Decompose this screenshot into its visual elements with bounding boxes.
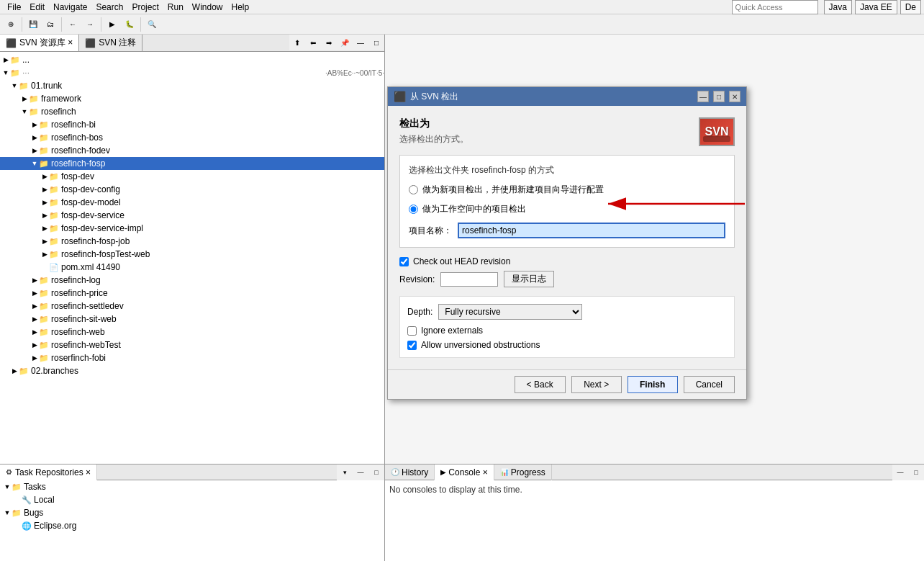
tree-item-l1[interactable]: ▼ 📁 ··· ·AB%Ec··~00/IT·5· bbox=[0, 66, 384, 79]
tree-rosefinch[interactable]: ▼ 📁 rosefinch bbox=[0, 105, 384, 118]
ignore-externals-checkbox[interactable] bbox=[407, 326, 417, 336]
tree-expand-02branches[interactable]: ▶ bbox=[10, 367, 19, 374]
tree-framework[interactable]: ▶ 📁 framework bbox=[0, 92, 384, 105]
task-panel-max[interactable]: □ bbox=[368, 464, 384, 480]
tree-pom-xml[interactable]: 📄 pom.xml 41490 bbox=[0, 261, 384, 274]
tree-expand-rosefinch[interactable]: ▼ bbox=[20, 108, 29, 115]
tree-expand-price[interactable]: ▶ bbox=[30, 290, 39, 297]
save-all-btn[interactable]: 🗂 bbox=[42, 17, 58, 32]
back-button[interactable]: < Back bbox=[515, 376, 566, 393]
java-ee-perspective[interactable]: Java EE bbox=[855, 0, 897, 14]
tree-rosefinch-fosp-job[interactable]: ▶ 📁 rosefinch-fosp-job bbox=[0, 235, 384, 248]
tree-expand-fobi[interactable]: ▶ bbox=[30, 354, 39, 362]
tree-fosp-dev-model[interactable]: ▶ 📁 fosp-dev-model bbox=[0, 196, 384, 209]
console-panel-max[interactable]: □ bbox=[908, 464, 924, 480]
tree-rosefinch-sit-web[interactable]: ▶ 📁 rosefinch-sit-web bbox=[0, 313, 384, 326]
tree-expand-01trunk[interactable]: ▼ bbox=[10, 82, 19, 89]
panel-nav-back[interactable]: ⬅ bbox=[305, 35, 321, 50]
tree-fosp-dev-service-impl[interactable]: ▶ 📁 fosp-dev-service-impl bbox=[0, 222, 384, 235]
tree-fosp-dev-config[interactable]: ▶ 📁 fosp-dev-config bbox=[0, 183, 384, 196]
tree-expand-webTest[interactable]: ▶ bbox=[30, 341, 39, 349]
tree-rosefinch-log[interactable]: ▶ 📁 rosefinch-log bbox=[0, 274, 384, 287]
task-eclipse-org[interactable]: 🌐 Eclipse.org bbox=[0, 519, 384, 532]
console-tab[interactable]: ▶ Console × bbox=[435, 464, 494, 480]
tree-01trunk[interactable]: ▼ 📁 01.trunk bbox=[0, 79, 384, 92]
dialog-minimize-btn[interactable]: — bbox=[697, 91, 709, 102]
next-button[interactable]: Next > bbox=[571, 376, 622, 393]
radio-new-project-input[interactable] bbox=[409, 185, 418, 194]
tree-expand-web[interactable]: ▶ bbox=[30, 328, 39, 336]
tree-expand-fospTest-web[interactable]: ▶ bbox=[40, 251, 49, 258]
task-repositories-tab[interactable]: ⚙ Task Repositories × bbox=[0, 464, 97, 480]
tree-rosefinch-price[interactable]: ▶ 📁 rosefinch-price bbox=[0, 287, 384, 300]
svn-annotation-tab[interactable]: ⬛ SVN 注释 bbox=[79, 35, 142, 51]
tree-expand-bos[interactable]: ▶ bbox=[30, 134, 39, 141]
debug-btn[interactable]: 🐛 bbox=[122, 17, 137, 32]
panel-min[interactable]: — bbox=[353, 35, 368, 50]
forward-btn[interactable]: → bbox=[82, 17, 98, 32]
tree-expand-fosp-dev-config[interactable]: ▶ bbox=[40, 186, 49, 193]
quick-access-input[interactable] bbox=[732, 0, 818, 14]
tree-rosefinch-fosp[interactable]: ▼ 📁 rosefinch-fosp bbox=[0, 157, 384, 170]
tree-expand-bi[interactable]: ▶ bbox=[30, 121, 39, 128]
console-panel-min[interactable]: — bbox=[892, 464, 908, 480]
menu-navigate[interactable]: Navigate bbox=[49, 1, 91, 14]
cancel-button[interactable]: Cancel bbox=[684, 376, 735, 393]
new-btn[interactable]: ⊕ bbox=[3, 17, 19, 32]
svn-resource-tab[interactable]: ⬛ SVN 资源库 × bbox=[0, 35, 79, 51]
task-tasks[interactable]: ▼ 📁 Tasks bbox=[0, 480, 384, 493]
head-revision-checkbox[interactable] bbox=[399, 257, 409, 266]
tree-expand-fosp-dev-model[interactable]: ▶ bbox=[40, 199, 49, 206]
tree-fosp-dev-service[interactable]: ▶ 📁 fosp-dev-service bbox=[0, 209, 384, 222]
menu-project[interactable]: Project bbox=[127, 1, 163, 14]
tree-root[interactable]: ▶ 📁 ... bbox=[0, 53, 384, 66]
task-panel-min[interactable]: — bbox=[353, 464, 368, 480]
tree-expand-root[interactable]: ▶ bbox=[1, 56, 10, 63]
tree-expand-l1[interactable]: ▼ bbox=[1, 69, 10, 76]
task-panel-menu[interactable]: ▾ bbox=[337, 464, 353, 480]
dialog-maximize-btn[interactable]: □ bbox=[713, 91, 725, 102]
task-local[interactable]: 🔧 Local bbox=[0, 493, 384, 506]
tree-expand-fosp[interactable]: ▼ bbox=[30, 160, 39, 167]
history-tab[interactable]: 🕐 History bbox=[385, 464, 435, 480]
menu-run[interactable]: Run bbox=[163, 1, 188, 14]
menu-window[interactable]: Window bbox=[188, 1, 227, 14]
panel-pin[interactable]: 📌 bbox=[337, 35, 353, 50]
search-btn[interactable]: 🔍 bbox=[144, 17, 160, 32]
tree-expand-fosp-dev-service[interactable]: ▶ bbox=[40, 212, 49, 219]
tree-roserfinch-fobi[interactable]: ▶ 📁 roserfinch-fobi bbox=[0, 351, 384, 364]
tree-rosefinch-fodev[interactable]: ▶ 📁 rosefinch-fodev bbox=[0, 144, 384, 157]
panel-nav-up[interactable]: ⬆ bbox=[289, 35, 305, 50]
panel-max[interactable]: □ bbox=[368, 35, 384, 50]
save-btn[interactable]: 💾 bbox=[25, 17, 41, 32]
tree-expand-sit-web[interactable]: ▶ bbox=[30, 315, 39, 323]
radio-workspace-project-input[interactable] bbox=[409, 205, 418, 214]
tree-rosefinch-bos[interactable]: ▶ 📁 rosefinch-bos bbox=[0, 131, 384, 144]
tree-expand-fosp-dev-service-impl[interactable]: ▶ bbox=[40, 225, 49, 232]
java-perspective[interactable]: Java bbox=[824, 0, 852, 14]
menu-search[interactable]: Search bbox=[91, 1, 127, 14]
tree-expand-fosp-job[interactable]: ▶ bbox=[40, 238, 49, 245]
tasks-expand[interactable]: ▼ bbox=[3, 483, 12, 490]
depth-select[interactable]: Fully recursiveImmediate childrenOnly th… bbox=[438, 304, 582, 320]
tree-expand-settledev[interactable]: ▶ bbox=[30, 302, 39, 310]
build-btn[interactable]: ▶ bbox=[104, 17, 120, 32]
tree-02branches[interactable]: ▶ 📁 02.branches bbox=[0, 364, 384, 377]
allow-unversioned-checkbox[interactable] bbox=[407, 341, 417, 350]
project-name-input[interactable] bbox=[458, 223, 725, 238]
tree-rosefinch-webTest[interactable]: ▶ 📁 rosefinch-webTest bbox=[0, 338, 384, 351]
panel-nav-fwd[interactable]: ➡ bbox=[321, 35, 337, 50]
tree-rosefinch-bi[interactable]: ▶ 📁 rosefinch-bi bbox=[0, 118, 384, 131]
dialog-close-btn[interactable]: ✕ bbox=[729, 91, 740, 102]
tree-expand-fodev[interactable]: ▶ bbox=[30, 147, 39, 154]
de-perspective[interactable]: De bbox=[900, 0, 921, 14]
menu-file[interactable]: File bbox=[3, 1, 25, 14]
tree-fosp-dev[interactable]: ▶ 📁 fosp-dev bbox=[0, 170, 384, 183]
menu-help[interactable]: Help bbox=[227, 1, 254, 14]
menu-edit[interactable]: Edit bbox=[25, 1, 49, 14]
tree-expand-framework[interactable]: ▶ bbox=[20, 95, 29, 102]
tree-expand-fosp-dev[interactable]: ▶ bbox=[40, 173, 49, 180]
tree-rosefinch-settledev[interactable]: ▶ 📁 rosefinch-settledev bbox=[0, 300, 384, 313]
svn-tree[interactable]: ▶ 📁 ... ▼ 📁 ··· ·AB%Ec··~00/IT·5· bbox=[0, 52, 384, 464]
back-btn[interactable]: ← bbox=[65, 17, 81, 32]
